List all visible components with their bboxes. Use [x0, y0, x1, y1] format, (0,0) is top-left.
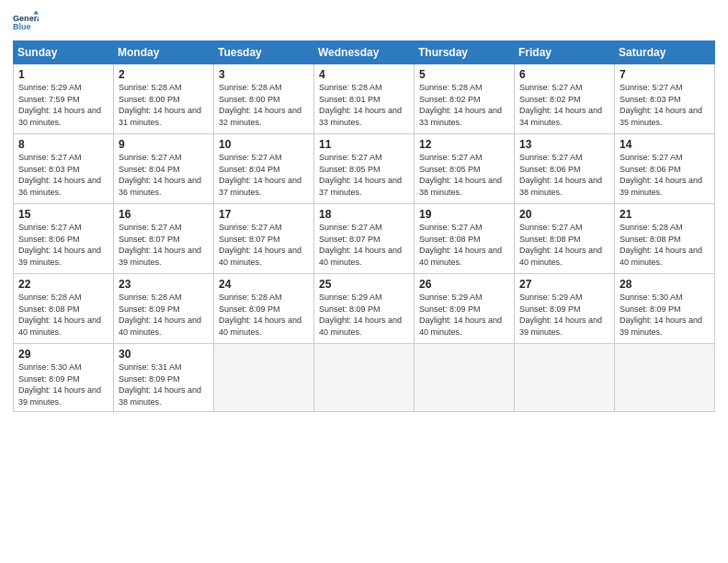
- day-number: 28: [620, 278, 710, 291]
- day-number: 30: [119, 348, 209, 361]
- week-row: 15 Sunrise: 5:27 AM Sunset: 8:06 PM Dayl…: [14, 204, 715, 274]
- calendar-cell: 11 Sunrise: 5:27 AM Sunset: 8:05 PM Dayl…: [314, 134, 415, 204]
- day-info: Sunrise: 5:28 AM Sunset: 8:01 PM Dayligh…: [319, 82, 409, 128]
- day-number: 25: [319, 278, 409, 291]
- calendar-cell: 8 Sunrise: 5:27 AM Sunset: 8:03 PM Dayli…: [14, 134, 114, 204]
- calendar-cell: [515, 344, 615, 412]
- day-number: 14: [620, 138, 710, 151]
- calendar-cell: 13 Sunrise: 5:27 AM Sunset: 8:06 PM Dayl…: [515, 134, 615, 204]
- day-number: 7: [620, 68, 710, 81]
- day-info: Sunrise: 5:28 AM Sunset: 8:09 PM Dayligh…: [119, 292, 209, 338]
- day-info: Sunrise: 5:27 AM Sunset: 8:05 PM Dayligh…: [419, 152, 509, 198]
- logo-icon: General Blue: [13, 9, 39, 35]
- day-number: 21: [620, 208, 710, 221]
- weekday-header: Tuesday: [214, 41, 314, 64]
- day-info: Sunrise: 5:30 AM Sunset: 8:09 PM Dayligh…: [620, 292, 710, 338]
- calendar-cell: 10 Sunrise: 5:27 AM Sunset: 8:04 PM Dayl…: [214, 134, 314, 204]
- day-number: 4: [319, 68, 409, 81]
- day-number: 6: [519, 68, 609, 81]
- calendar-cell: 5 Sunrise: 5:28 AM Sunset: 8:02 PM Dayli…: [415, 64, 515, 134]
- header: General Blue: [13, 9, 715, 35]
- weekday-header: Wednesday: [314, 41, 415, 64]
- weekday-header: Sunday: [14, 41, 114, 64]
- calendar-cell: [415, 344, 515, 412]
- weekday-header: Saturday: [615, 41, 715, 64]
- day-number: 16: [119, 208, 209, 221]
- day-info: Sunrise: 5:31 AM Sunset: 8:09 PM Dayligh…: [119, 362, 209, 408]
- calendar-cell: 22 Sunrise: 5:28 AM Sunset: 8:08 PM Dayl…: [14, 274, 114, 344]
- day-info: Sunrise: 5:29 AM Sunset: 8:09 PM Dayligh…: [419, 292, 509, 338]
- day-info: Sunrise: 5:27 AM Sunset: 8:07 PM Dayligh…: [119, 222, 209, 268]
- calendar-cell: 23 Sunrise: 5:28 AM Sunset: 8:09 PM Dayl…: [114, 274, 214, 344]
- day-number: 2: [119, 68, 209, 81]
- calendar-cell: 29 Sunrise: 5:30 AM Sunset: 8:09 PM Dayl…: [14, 344, 114, 412]
- day-info: Sunrise: 5:29 AM Sunset: 7:59 PM Dayligh…: [18, 82, 108, 128]
- day-number: 20: [519, 208, 609, 221]
- day-number: 10: [219, 138, 309, 151]
- day-number: 12: [419, 138, 509, 151]
- week-row: 22 Sunrise: 5:28 AM Sunset: 8:08 PM Dayl…: [14, 274, 715, 344]
- day-number: 29: [18, 348, 108, 361]
- page: General Blue SundayMondayTuesdayWednesda…: [0, 0, 728, 563]
- day-info: Sunrise: 5:30 AM Sunset: 8:09 PM Dayligh…: [18, 362, 108, 408]
- calendar-cell: [615, 344, 715, 412]
- calendar-cell: 26 Sunrise: 5:29 AM Sunset: 8:09 PM Dayl…: [415, 274, 515, 344]
- day-info: Sunrise: 5:27 AM Sunset: 8:06 PM Dayligh…: [620, 152, 710, 198]
- svg-marker-2: [33, 10, 39, 14]
- calendar-cell: 6 Sunrise: 5:27 AM Sunset: 8:02 PM Dayli…: [515, 64, 615, 134]
- calendar-cell: 25 Sunrise: 5:29 AM Sunset: 8:09 PM Dayl…: [314, 274, 415, 344]
- day-number: 13: [519, 138, 609, 151]
- logo: General Blue: [13, 9, 40, 35]
- svg-text:Blue: Blue: [13, 22, 31, 31]
- calendar-cell: [314, 344, 415, 412]
- calendar-cell: 15 Sunrise: 5:27 AM Sunset: 8:06 PM Dayl…: [14, 204, 114, 274]
- day-number: 26: [419, 278, 509, 291]
- calendar-cell: 24 Sunrise: 5:28 AM Sunset: 8:09 PM Dayl…: [214, 274, 314, 344]
- day-number: 15: [18, 208, 108, 221]
- calendar-cell: 27 Sunrise: 5:29 AM Sunset: 8:09 PM Dayl…: [515, 274, 615, 344]
- day-number: 27: [519, 278, 609, 291]
- day-info: Sunrise: 5:27 AM Sunset: 8:07 PM Dayligh…: [319, 222, 409, 268]
- day-info: Sunrise: 5:27 AM Sunset: 8:04 PM Dayligh…: [119, 152, 209, 198]
- calendar-cell: 14 Sunrise: 5:27 AM Sunset: 8:06 PM Dayl…: [615, 134, 715, 204]
- day-number: 19: [419, 208, 509, 221]
- day-info: Sunrise: 5:27 AM Sunset: 8:06 PM Dayligh…: [519, 152, 609, 198]
- day-info: Sunrise: 5:29 AM Sunset: 8:09 PM Dayligh…: [519, 292, 609, 338]
- calendar-cell: 12 Sunrise: 5:27 AM Sunset: 8:05 PM Dayl…: [415, 134, 515, 204]
- calendar-cell: 28 Sunrise: 5:30 AM Sunset: 8:09 PM Dayl…: [615, 274, 715, 344]
- calendar-cell: 18 Sunrise: 5:27 AM Sunset: 8:07 PM Dayl…: [314, 204, 415, 274]
- day-info: Sunrise: 5:28 AM Sunset: 8:00 PM Dayligh…: [219, 82, 309, 128]
- day-number: 5: [419, 68, 509, 81]
- day-info: Sunrise: 5:27 AM Sunset: 8:05 PM Dayligh…: [319, 152, 409, 198]
- calendar-cell: 9 Sunrise: 5:27 AM Sunset: 8:04 PM Dayli…: [114, 134, 214, 204]
- day-info: Sunrise: 5:27 AM Sunset: 8:08 PM Dayligh…: [419, 222, 509, 268]
- day-info: Sunrise: 5:27 AM Sunset: 8:07 PM Dayligh…: [219, 222, 309, 268]
- calendar-cell: 4 Sunrise: 5:28 AM Sunset: 8:01 PM Dayli…: [314, 64, 415, 134]
- day-number: 8: [18, 138, 108, 151]
- day-number: 1: [18, 68, 108, 81]
- week-row: 29 Sunrise: 5:30 AM Sunset: 8:09 PM Dayl…: [14, 344, 715, 412]
- calendar-cell: 2 Sunrise: 5:28 AM Sunset: 8:00 PM Dayli…: [114, 64, 214, 134]
- day-info: Sunrise: 5:28 AM Sunset: 8:00 PM Dayligh…: [119, 82, 209, 128]
- calendar-cell: 7 Sunrise: 5:27 AM Sunset: 8:03 PM Dayli…: [615, 64, 715, 134]
- day-info: Sunrise: 5:28 AM Sunset: 8:09 PM Dayligh…: [219, 292, 309, 338]
- day-number: 24: [219, 278, 309, 291]
- day-number: 11: [319, 138, 409, 151]
- day-info: Sunrise: 5:27 AM Sunset: 8:03 PM Dayligh…: [18, 152, 108, 198]
- weekday-header: Friday: [515, 41, 615, 64]
- week-row: 8 Sunrise: 5:27 AM Sunset: 8:03 PM Dayli…: [14, 134, 715, 204]
- weekday-header: Monday: [114, 41, 214, 64]
- svg-text:General: General: [13, 14, 39, 23]
- weekday-header-row: SundayMondayTuesdayWednesdayThursdayFrid…: [14, 41, 715, 64]
- day-info: Sunrise: 5:28 AM Sunset: 8:02 PM Dayligh…: [419, 82, 509, 128]
- calendar-cell: 21 Sunrise: 5:28 AM Sunset: 8:08 PM Dayl…: [615, 204, 715, 274]
- day-number: 23: [119, 278, 209, 291]
- calendar-cell: [214, 344, 314, 412]
- calendar-cell: 19 Sunrise: 5:27 AM Sunset: 8:08 PM Dayl…: [415, 204, 515, 274]
- weekday-header: Thursday: [415, 41, 515, 64]
- day-number: 9: [119, 138, 209, 151]
- week-row: 1 Sunrise: 5:29 AM Sunset: 7:59 PM Dayli…: [14, 64, 715, 134]
- day-info: Sunrise: 5:28 AM Sunset: 8:08 PM Dayligh…: [620, 222, 710, 268]
- day-number: 18: [319, 208, 409, 221]
- day-info: Sunrise: 5:27 AM Sunset: 8:08 PM Dayligh…: [519, 222, 609, 268]
